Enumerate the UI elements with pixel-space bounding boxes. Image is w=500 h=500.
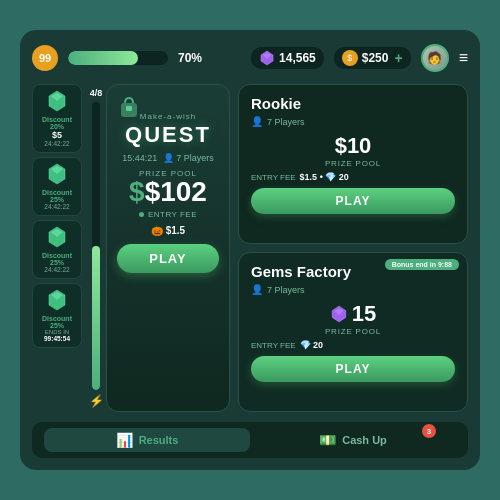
players-icon: 👤	[251, 284, 263, 295]
entry-dot	[139, 212, 144, 217]
level-badge: 99	[32, 45, 58, 71]
discount-label: Discount 25%	[37, 252, 77, 266]
add-coins-button[interactable]: +	[394, 50, 402, 66]
right-cards: Rookie 👤 7 Players $10 PRIZE POOL ENTRY …	[238, 84, 468, 412]
xp-label: 70%	[178, 51, 202, 65]
rookie-card: Rookie 👤 7 Players $10 PRIZE POOL ENTRY …	[238, 84, 468, 244]
players-icon: 👤	[163, 153, 174, 163]
gems-factory-players: 7 Players	[267, 285, 305, 295]
rookie-entry-value: $1.5 • 💎 20	[300, 172, 349, 182]
avatar[interactable]: 🧑	[421, 44, 449, 72]
discount-label: Discount 25%	[37, 315, 77, 329]
gems-factory-players-row: 👤 7 Players	[251, 284, 455, 295]
lightning-icon: ⚡	[89, 394, 104, 408]
gems-factory-badge: Bonus end in 9:88	[385, 259, 459, 270]
discount-label: Discount 20%	[37, 116, 77, 130]
xp-bar	[68, 51, 168, 65]
notification-badge: 3	[422, 424, 436, 438]
rookie-title: Rookie	[251, 95, 455, 112]
entry-fee-row: ENTRY FEE	[139, 210, 197, 219]
list-item[interactable]: Discount 20% $5 24:42:22	[32, 84, 82, 153]
timer-label: 24:42:22	[37, 203, 77, 210]
price-label: $5	[37, 130, 77, 140]
gem-icon	[46, 226, 68, 248]
quest-subtitle: Make-a-wish	[140, 105, 196, 123]
quest-players: 👤 7 Players	[163, 153, 214, 163]
quest-meta: 15:44:21 👤 7 Players	[122, 153, 214, 163]
results-button[interactable]: 📊 Results	[44, 428, 250, 452]
gems-factory-card: Bonus end in 9:88 Gems Factory 👤 7 Playe…	[238, 252, 468, 412]
rookie-players: 7 Players	[267, 117, 305, 127]
gem-icon	[46, 163, 68, 185]
quest-card: Make-a-wish QUEST 15:44:21 👤 7 Players P…	[106, 84, 230, 412]
level-ratio: 4/8	[90, 88, 103, 98]
gems-factory-prize-section: 15 PRIZE POOL	[251, 301, 455, 336]
xp-bar-fill	[68, 51, 138, 65]
entry-fee-label: ENTRY FEE	[148, 210, 197, 219]
players-icon: 👤	[251, 116, 263, 127]
gems-factory-play-button[interactable]: Play	[251, 356, 455, 382]
list-item[interactable]: Discount 25% 24:42:22	[32, 220, 82, 279]
rookie-entry-row: ENTRY FEE $1.5 • 💎 20	[251, 172, 455, 182]
bag-icon	[115, 93, 143, 121]
coins-currency: $ $250 +	[334, 47, 411, 69]
rookie-prize-label: PRIZE POOL	[251, 159, 455, 168]
entry-fee-value: 🎃 $1.5	[151, 225, 185, 236]
main-content: Discount 20% $5 24:42:22 Discount 25% 24…	[32, 84, 468, 412]
app-container: 99 70% 14,565 $ $250 + 🧑 ≡	[20, 30, 480, 470]
timer-label: 24:42:22	[37, 140, 77, 147]
gems-factory-entry-row: ENTRY FEE 💎 20	[251, 340, 455, 350]
countdown-label: 99:45:54	[37, 335, 77, 342]
results-icon: 📊	[116, 432, 133, 448]
svg-rect-11	[126, 106, 132, 111]
header: 99 70% 14,565 $ $250 + 🧑 ≡	[32, 42, 468, 74]
gems-factory-entry-label: ENTRY FEE	[251, 341, 296, 350]
rookie-players-row: 👤 7 Players	[251, 116, 455, 127]
rookie-prize-amount: $10	[251, 133, 455, 159]
gem-icon	[330, 305, 348, 323]
level-progress-bar: 4/8 ⚡	[90, 84, 102, 412]
bottom-bar: 📊 Results 💵 Cash Up 3	[32, 422, 468, 458]
coin-icon: $	[342, 50, 358, 66]
discount-label: Discount 25%	[37, 189, 77, 203]
quest-title: QUEST	[125, 123, 211, 147]
gems-factory-prize-amount: 15	[352, 301, 376, 327]
rookie-prize-section: $10 PRIZE POOL	[251, 133, 455, 168]
cashup-button[interactable]: 💵 Cash Up 3	[250, 428, 456, 452]
gem-icon	[259, 50, 275, 66]
quest-prize-amount: $$102	[129, 178, 207, 206]
menu-button[interactable]: ≡	[459, 49, 468, 67]
rookie-play-button[interactable]: Play	[251, 188, 455, 214]
gem-icon	[46, 289, 68, 311]
quest-play-button[interactable]: Play	[117, 244, 219, 273]
coins-value: $250	[362, 51, 389, 65]
cashup-icon: 💵	[319, 432, 336, 448]
gems-factory-entry-value: 💎 20	[300, 340, 324, 350]
list-item[interactable]: Discount 25% 24:42:22	[32, 157, 82, 216]
gems-value: 14,565	[279, 51, 316, 65]
cashup-label: Cash Up	[342, 434, 387, 446]
gem-icon	[46, 90, 68, 112]
left-sidebar: Discount 20% $5 24:42:22 Discount 25% 24…	[32, 84, 82, 412]
timer-label: 24:42:22	[37, 266, 77, 273]
gems-currency: 14,565	[251, 47, 324, 69]
rookie-entry-label: ENTRY FEE	[251, 173, 296, 182]
level-bar-outer	[92, 102, 100, 390]
gems-factory-prize-label: PRIZE POOL	[251, 327, 455, 336]
quest-section: 4/8 ⚡ Make-a-wish QUEST	[90, 84, 230, 412]
level-bar-fill	[92, 246, 100, 390]
quest-timer: 15:44:21	[122, 153, 157, 163]
results-label: Results	[139, 434, 179, 446]
list-item[interactable]: Discount 25% ENDS IN 99:45:54	[32, 283, 82, 348]
